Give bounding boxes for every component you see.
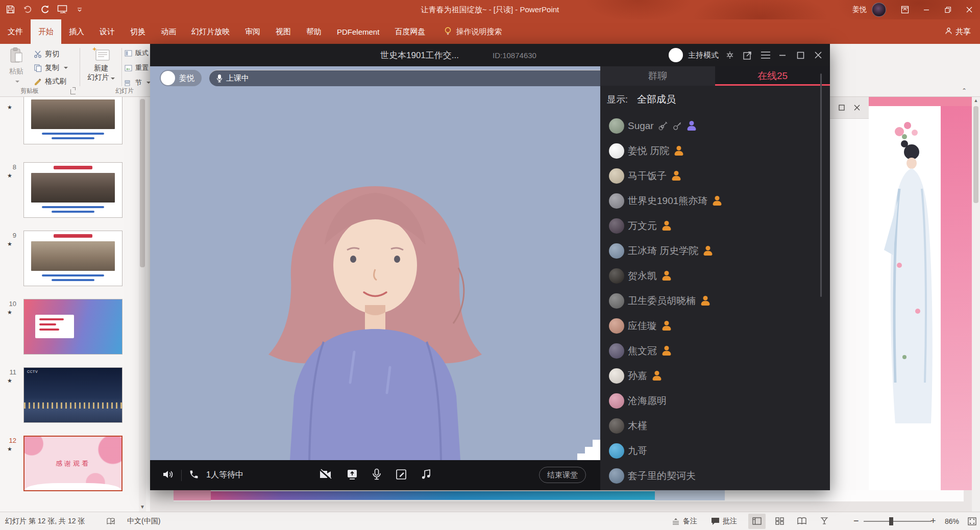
spellcheck-icon[interactable] bbox=[106, 512, 115, 530]
paste-button[interactable]: 粘贴 bbox=[4, 47, 29, 84]
reset-button[interactable]: 重置 bbox=[125, 62, 149, 74]
ribbon-tab-3[interactable]: 设计 bbox=[92, 19, 122, 44]
camera-off-icon[interactable] bbox=[319, 469, 332, 482]
tab-online[interactable]: 在线25 bbox=[715, 66, 830, 86]
ribbon-tab-9[interactable]: 帮助 bbox=[299, 19, 329, 44]
meeting-minimize-icon[interactable] bbox=[777, 49, 788, 61]
member-row[interactable]: 孙嘉 bbox=[600, 363, 830, 388]
scroll-up-icon[interactable]: ▲ bbox=[972, 98, 980, 103]
fit-to-window-icon[interactable] bbox=[968, 512, 976, 530]
clipboard-dialog-launcher-icon[interactable] bbox=[70, 89, 76, 94]
restore-button[interactable] bbox=[937, 0, 959, 19]
meeting-close-icon[interactable] bbox=[813, 49, 824, 61]
notes-button[interactable]: 备注 bbox=[672, 512, 697, 530]
zoom-slider-track[interactable] bbox=[864, 521, 932, 522]
screen-share-icon[interactable] bbox=[347, 469, 358, 482]
member-row[interactable]: 沧海愿明 bbox=[600, 388, 830, 413]
new-slide-button[interactable]: 新建 幻灯片 bbox=[83, 46, 119, 82]
member-name: 卫生委员胡晓楠 bbox=[628, 294, 696, 308]
ribbon-tab-8[interactable]: 视图 bbox=[268, 19, 299, 44]
editor-scrollbar[interactable]: ▲ bbox=[972, 97, 980, 512]
open-external-icon[interactable] bbox=[742, 49, 753, 61]
filter-value[interactable]: 全部成员 bbox=[637, 93, 676, 106]
ribbon-tab-0[interactable]: 文件 bbox=[0, 19, 31, 44]
member-row[interactable]: 马干饭子 bbox=[600, 163, 830, 188]
member-row[interactable]: 应佳璇 bbox=[600, 313, 830, 338]
slideshow-view-button[interactable] bbox=[816, 514, 833, 529]
host-mode[interactable]: 主持模式 bbox=[669, 44, 719, 66]
zoom-level[interactable]: 86% bbox=[945, 512, 959, 530]
member-row[interactable]: 套子里的契诃夫 bbox=[600, 463, 830, 488]
member-row[interactable]: 姜悦 历院 bbox=[600, 138, 830, 163]
background-maximize-icon[interactable] bbox=[839, 104, 845, 113]
hand-raised-badge-orange bbox=[672, 171, 680, 181]
reading-view-button[interactable] bbox=[793, 514, 811, 529]
meeting-maximize-icon[interactable] bbox=[795, 49, 806, 61]
ribbon-tab-7[interactable]: 审阅 bbox=[237, 19, 268, 44]
language-indicator[interactable]: 中文(中国) bbox=[127, 512, 160, 530]
background-close-icon[interactable] bbox=[854, 104, 860, 113]
edit-annotate-icon[interactable] bbox=[396, 469, 407, 482]
member-avatar bbox=[609, 193, 624, 209]
end-class-button[interactable]: 结束课堂 bbox=[539, 467, 586, 483]
slide-thumbnail-11[interactable]: CCTV bbox=[23, 367, 122, 423]
slide-thumbnail-10[interactable] bbox=[23, 299, 122, 355]
account-avatar[interactable] bbox=[872, 3, 886, 17]
ribbon-tab-10[interactable]: PDFelement bbox=[329, 19, 387, 44]
menu-icon[interactable] bbox=[760, 49, 771, 61]
slide-thumbnail-9[interactable] bbox=[23, 231, 122, 286]
member-list: Sugar姜悦 历院马干饭子世界史1901熊亦琦万文元王冰琦 历史学院贺永凯卫生… bbox=[600, 113, 830, 490]
tab-chat[interactable]: 群聊 bbox=[600, 66, 715, 86]
collapse-ribbon-icon[interactable]: ⌃ bbox=[962, 87, 967, 94]
copy-button[interactable]: 复制 bbox=[34, 62, 68, 74]
member-avatar bbox=[609, 468, 624, 484]
member-row[interactable]: 卫生委员胡晓楠 bbox=[600, 288, 830, 313]
minimize-button[interactable] bbox=[916, 0, 937, 19]
member-row[interactable]: 世界史1901熊亦琦 bbox=[600, 188, 830, 213]
speaker-icon[interactable] bbox=[162, 468, 174, 483]
slide-thumbnail-12[interactable]: 感谢观看 bbox=[23, 436, 122, 491]
editor-scrollbar-thumb[interactable] bbox=[973, 106, 978, 203]
thumbnail-scrollbar-thumb[interactable] bbox=[140, 99, 145, 267]
ribbon-tab-2[interactable]: 插入 bbox=[61, 19, 92, 44]
tell-me-search[interactable]: 操作说明搜索 bbox=[444, 19, 502, 44]
mic-icon[interactable] bbox=[372, 468, 381, 483]
ribbon-tab-1[interactable]: 开始 bbox=[31, 19, 61, 44]
music-icon[interactable] bbox=[421, 469, 431, 482]
normal-view-button[interactable] bbox=[748, 514, 766, 529]
member-row[interactable]: 木槿 bbox=[600, 413, 830, 438]
member-filter[interactable]: 显示: 全部成员 bbox=[600, 86, 830, 113]
member-row[interactable]: 贺永凯 bbox=[600, 263, 830, 288]
member-row[interactable]: 王冰琦 历史学院 bbox=[600, 238, 830, 263]
ribbon-tab-5[interactable]: 动画 bbox=[153, 19, 184, 44]
close-button[interactable] bbox=[959, 0, 980, 19]
share-button[interactable]: 共享 bbox=[945, 19, 971, 44]
member-row[interactable]: 九哥 bbox=[600, 438, 830, 463]
zoom-slider-thumb[interactable] bbox=[889, 517, 893, 525]
zoom-in-button[interactable]: + bbox=[930, 512, 936, 530]
slide-thumbnail-partial[interactable] bbox=[23, 97, 122, 144]
ribbon-display-options-icon[interactable] bbox=[894, 0, 916, 19]
class-status-pill[interactable]: 上课中 bbox=[209, 70, 600, 86]
account-name[interactable]: 姜悦 bbox=[852, 5, 867, 14]
settings-gear-icon[interactable] bbox=[724, 49, 736, 61]
member-row[interactable]: 万文元 bbox=[600, 213, 830, 238]
ribbon-tab-6[interactable]: 幻灯片放映 bbox=[184, 19, 237, 44]
scroll-down-icon[interactable]: ▼ bbox=[139, 503, 146, 511]
waiting-count[interactable]: 1人等待中 bbox=[206, 470, 243, 481]
slide-number-11: 11 bbox=[4, 368, 16, 376]
ribbon-tab-4[interactable]: 切换 bbox=[122, 19, 153, 44]
zoom-out-button[interactable]: − bbox=[853, 512, 859, 530]
phone-icon[interactable] bbox=[189, 469, 199, 482]
cut-button[interactable]: 剪切 bbox=[34, 48, 59, 60]
member-list-scrollbar[interactable] bbox=[820, 73, 822, 297]
slide-thumbnail-8[interactable] bbox=[23, 162, 122, 218]
comments-button[interactable]: 批注 bbox=[711, 512, 737, 530]
thumbnail-scrollbar[interactable]: ▼ bbox=[139, 97, 146, 512]
member-row[interactable]: Sugar bbox=[600, 113, 830, 138]
format-painter-button[interactable]: 格式刷 bbox=[34, 75, 66, 88]
slide-sorter-view-button[interactable] bbox=[771, 514, 788, 529]
meeting-title: 世史本1901工作交... bbox=[380, 44, 459, 66]
ribbon-tab-11[interactable]: 百度网盘 bbox=[387, 19, 433, 44]
member-row[interactable]: 焦文冠 bbox=[600, 338, 830, 363]
